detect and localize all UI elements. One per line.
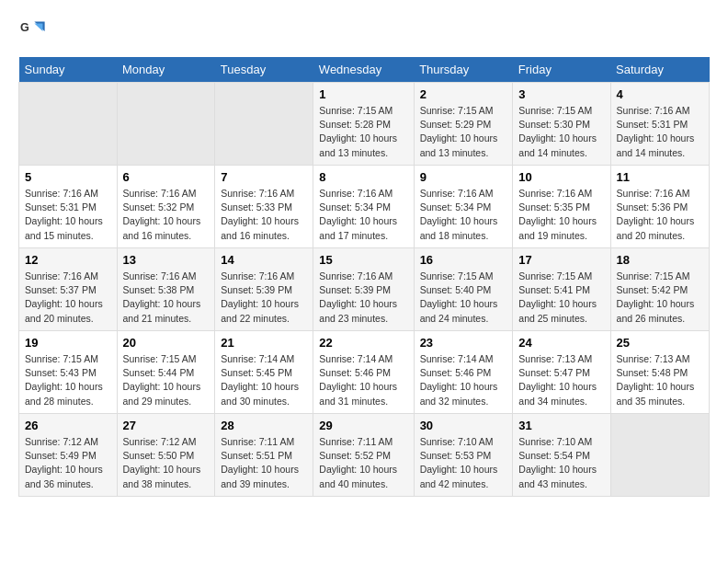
day-info: Sunrise: 7:13 AMSunset: 5:48 PMDaylight:… [617, 352, 703, 408]
calendar-cell: 5Sunrise: 7:16 AMSunset: 5:31 PMDaylight… [19, 166, 118, 248]
day-info: Sunrise: 7:15 AMSunset: 5:42 PMDaylight:… [617, 270, 703, 326]
calendar-cell: 19Sunrise: 7:15 AMSunset: 5:43 PMDayligh… [19, 331, 118, 414]
calendar-cell: 16Sunrise: 7:15 AMSunset: 5:40 PMDayligh… [414, 248, 513, 331]
day-number: 2 [420, 87, 507, 101]
header-sunday: Sunday [19, 57, 118, 83]
calendar-cell: 18Sunrise: 7:15 AMSunset: 5:42 PMDayligh… [610, 248, 709, 331]
calendar-cell: 29Sunrise: 7:11 AMSunset: 5:52 PMDayligh… [313, 414, 414, 497]
day-info: Sunrise: 7:12 AMSunset: 5:49 PMDaylight:… [25, 435, 111, 491]
day-info: Sunrise: 7:13 AMSunset: 5:47 PMDaylight:… [518, 352, 604, 408]
calendar-cell: 8Sunrise: 7:16 AMSunset: 5:34 PMDaylight… [313, 166, 414, 248]
calendar-table: SundayMondayTuesdayWednesdayThursdayFrid… [18, 57, 710, 497]
day-info: Sunrise: 7:16 AMSunset: 5:32 PMDaylight:… [123, 187, 210, 243]
calendar-cell: 31Sunrise: 7:10 AMSunset: 5:54 PMDayligh… [513, 414, 610, 497]
day-info: Sunrise: 7:16 AMSunset: 5:31 PMDaylight:… [617, 104, 703, 160]
day-info: Sunrise: 7:11 AMSunset: 5:51 PMDaylight:… [221, 435, 307, 491]
svg-marker-2 [34, 24, 42, 31]
header-tuesday: Tuesday [215, 57, 313, 83]
day-number: 21 [221, 336, 307, 350]
calendar-cell: 6Sunrise: 7:16 AMSunset: 5:32 PMDaylight… [117, 166, 215, 248]
day-number: 25 [617, 336, 703, 350]
day-info: Sunrise: 7:14 AMSunset: 5:46 PMDaylight:… [319, 352, 407, 408]
header-wednesday: Wednesday [313, 57, 414, 83]
day-number: 19 [25, 336, 111, 350]
calendar-cell: 17Sunrise: 7:15 AMSunset: 5:41 PMDayligh… [513, 248, 610, 331]
calendar-cell [19, 83, 118, 166]
calendar-cell: 7Sunrise: 7:16 AMSunset: 5:33 PMDaylight… [215, 166, 313, 248]
day-number: 11 [617, 170, 703, 184]
day-info: Sunrise: 7:16 AMSunset: 5:34 PMDaylight:… [319, 187, 407, 243]
day-info: Sunrise: 7:10 AMSunset: 5:53 PMDaylight:… [420, 435, 507, 491]
day-info: Sunrise: 7:16 AMSunset: 5:36 PMDaylight:… [617, 187, 703, 243]
day-info: Sunrise: 7:10 AMSunset: 5:54 PMDaylight:… [518, 435, 604, 491]
day-info: Sunrise: 7:16 AMSunset: 5:34 PMDaylight:… [420, 187, 507, 243]
day-number: 17 [518, 253, 604, 267]
calendar-cell: 28Sunrise: 7:11 AMSunset: 5:51 PMDayligh… [215, 414, 313, 497]
day-number: 15 [319, 253, 407, 267]
header-monday: Monday [117, 57, 215, 83]
calendar-cell: 25Sunrise: 7:13 AMSunset: 5:48 PMDayligh… [610, 331, 709, 414]
day-info: Sunrise: 7:14 AMSunset: 5:46 PMDaylight:… [420, 352, 507, 408]
day-number: 18 [617, 253, 703, 267]
day-number: 30 [420, 419, 507, 432]
calendar-cell: 15Sunrise: 7:16 AMSunset: 5:39 PMDayligh… [313, 248, 414, 331]
day-info: Sunrise: 7:15 AMSunset: 5:30 PMDaylight:… [518, 104, 604, 160]
day-number: 24 [518, 336, 604, 350]
day-info: Sunrise: 7:15 AMSunset: 5:43 PMDaylight:… [25, 352, 111, 408]
day-number: 5 [25, 170, 111, 184]
calendar-cell: 30Sunrise: 7:10 AMSunset: 5:53 PMDayligh… [414, 414, 513, 497]
day-number: 22 [319, 336, 407, 350]
day-info: Sunrise: 7:16 AMSunset: 5:31 PMDaylight:… [25, 187, 111, 243]
day-number: 1 [319, 87, 407, 101]
day-info: Sunrise: 7:16 AMSunset: 5:39 PMDaylight:… [319, 270, 407, 326]
day-number: 27 [123, 419, 210, 432]
day-info: Sunrise: 7:15 AMSunset: 5:28 PMDaylight:… [319, 104, 407, 160]
logo: G [18, 18, 46, 48]
day-number: 10 [518, 170, 604, 184]
day-number: 20 [123, 336, 210, 350]
day-number: 9 [420, 170, 507, 184]
week-row-3: 12Sunrise: 7:16 AMSunset: 5:37 PMDayligh… [19, 248, 710, 331]
calendar-cell: 22Sunrise: 7:14 AMSunset: 5:46 PMDayligh… [313, 331, 414, 414]
calendar-cell: 13Sunrise: 7:16 AMSunset: 5:38 PMDayligh… [117, 248, 215, 331]
week-row-1: 1Sunrise: 7:15 AMSunset: 5:28 PMDaylight… [19, 83, 710, 166]
day-info: Sunrise: 7:15 AMSunset: 5:29 PMDaylight:… [420, 104, 507, 160]
calendar-cell: 26Sunrise: 7:12 AMSunset: 5:49 PMDayligh… [19, 414, 118, 497]
day-number: 8 [319, 170, 407, 184]
day-number: 6 [123, 170, 210, 184]
calendar-cell: 27Sunrise: 7:12 AMSunset: 5:50 PMDayligh… [117, 414, 215, 497]
day-info: Sunrise: 7:16 AMSunset: 5:38 PMDaylight:… [123, 270, 210, 326]
day-info: Sunrise: 7:11 AMSunset: 5:52 PMDaylight:… [319, 435, 407, 491]
day-number: 3 [518, 87, 604, 101]
calendar-cell: 4Sunrise: 7:16 AMSunset: 5:31 PMDaylight… [610, 83, 709, 166]
day-number: 14 [221, 253, 307, 267]
calendar-cell: 12Sunrise: 7:16 AMSunset: 5:37 PMDayligh… [19, 248, 118, 331]
svg-text:G: G [20, 21, 29, 34]
calendar-cell: 2Sunrise: 7:15 AMSunset: 5:29 PMDaylight… [414, 83, 513, 166]
calendar-cell: 11Sunrise: 7:16 AMSunset: 5:36 PMDayligh… [610, 166, 709, 248]
day-info: Sunrise: 7:15 AMSunset: 5:41 PMDaylight:… [518, 270, 604, 326]
logo-icon: G [20, 18, 46, 44]
calendar-header-row: SundayMondayTuesdayWednesdayThursdayFrid… [19, 57, 710, 83]
day-info: Sunrise: 7:16 AMSunset: 5:33 PMDaylight:… [221, 187, 307, 243]
day-number: 7 [221, 170, 307, 184]
day-number: 31 [518, 419, 604, 432]
day-number: 28 [221, 419, 307, 432]
day-info: Sunrise: 7:16 AMSunset: 5:37 PMDaylight:… [25, 270, 111, 326]
day-info: Sunrise: 7:16 AMSunset: 5:35 PMDaylight:… [518, 187, 604, 243]
week-row-2: 5Sunrise: 7:16 AMSunset: 5:31 PMDaylight… [19, 166, 710, 248]
day-info: Sunrise: 7:15 AMSunset: 5:40 PMDaylight:… [420, 270, 507, 326]
calendar-cell: 21Sunrise: 7:14 AMSunset: 5:45 PMDayligh… [215, 331, 313, 414]
day-info: Sunrise: 7:15 AMSunset: 5:44 PMDaylight:… [123, 352, 210, 408]
calendar-cell [610, 414, 709, 497]
header-thursday: Thursday [414, 57, 513, 83]
calendar-cell [117, 83, 215, 166]
day-number: 13 [123, 253, 210, 267]
day-number: 4 [617, 87, 703, 101]
day-info: Sunrise: 7:14 AMSunset: 5:45 PMDaylight:… [221, 352, 307, 408]
calendar-cell: 9Sunrise: 7:16 AMSunset: 5:34 PMDaylight… [414, 166, 513, 248]
page-header: G [18, 18, 710, 48]
day-number: 16 [420, 253, 507, 267]
week-row-4: 19Sunrise: 7:15 AMSunset: 5:43 PMDayligh… [19, 331, 710, 414]
calendar-cell: 23Sunrise: 7:14 AMSunset: 5:46 PMDayligh… [414, 331, 513, 414]
